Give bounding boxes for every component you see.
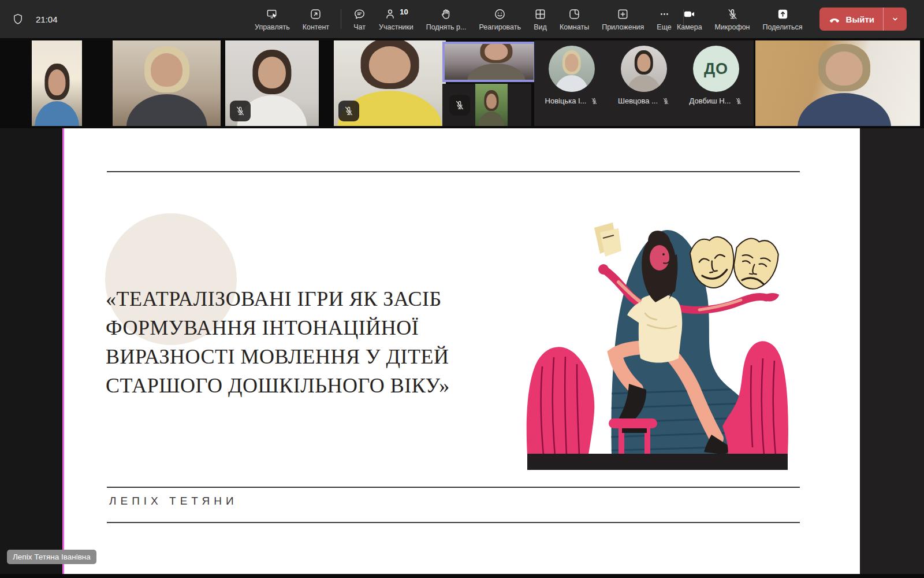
shield-icon	[12, 13, 24, 25]
view-button[interactable]: Вид	[527, 0, 553, 38]
leave-button[interactable]: Выйти	[819, 8, 907, 31]
toolbar-center: Управлять Контент Чат 10 Участники Подн	[248, 0, 689, 38]
raise-hand-icon	[439, 8, 453, 21]
mic-muted-badge	[449, 95, 470, 116]
slide-rule-bottom	[107, 522, 800, 523]
stage-background	[860, 128, 924, 574]
participant-video[interactable]	[113, 40, 221, 126]
mic-muted-icon	[735, 97, 743, 105]
slide-presenter: ЛЕПІХ ТЕТЯНИ	[109, 495, 238, 507]
microphone-button[interactable]: Микрофон	[709, 8, 757, 31]
presentation-slide: «ТЕАТРАЛІЗОВАНІ ІГРИ ЯК ЗАСІБ ФОРМУВАННЯ…	[64, 128, 860, 574]
raise-hand-button[interactable]: Поднять р...	[420, 0, 473, 38]
view-grid-icon	[534, 8, 547, 21]
participants-icon	[384, 8, 397, 21]
participant-video[interactable]	[32, 40, 82, 126]
share-content-icon	[309, 8, 322, 21]
toolbar-left: 21:04	[12, 0, 58, 38]
rooms-button[interactable]: Комнаты	[553, 0, 595, 38]
mic-muted-badge	[230, 101, 251, 121]
chevron-down-icon	[890, 14, 900, 24]
participant-avatar[interactable]: ДО Довбиш Н...	[681, 40, 751, 126]
meeting-toolbar: 21:04 Управлять Контент Чат 10 Учас	[0, 0, 924, 38]
apps-button[interactable]: Приложения	[595, 0, 650, 38]
content-button[interactable]: Контент	[296, 0, 336, 38]
meeting-time: 21:04	[36, 14, 58, 24]
participant-video-feed	[475, 84, 508, 126]
hangup-phone-icon	[828, 13, 841, 25]
toolbar-right: Камера Микрофон Поделиться Выйти	[670, 0, 907, 38]
shared-content-area: «ТЕАТРАЛІЗОВАНІ ІГРИ ЯК ЗАСІБ ФОРМУВАННЯ…	[0, 128, 924, 574]
mic-muted-icon	[662, 97, 670, 105]
person-silhouette	[36, 64, 78, 126]
chat-icon	[353, 8, 366, 21]
avatar-initials: ДО	[693, 46, 739, 92]
leave-label: Выйти	[846, 14, 874, 24]
react-button[interactable]: Реагировать	[472, 0, 527, 38]
apps-plus-icon	[616, 8, 629, 21]
participant-name: Шевцова ...	[618, 97, 658, 105]
leave-main[interactable]: Выйти	[819, 8, 883, 31]
participants-strip: Новіцька І... Шевцова ... ДО Довбиш Н	[0, 38, 924, 128]
share-button[interactable]: Поделиться	[757, 8, 809, 31]
person-silhouette	[801, 44, 888, 126]
participant-name: Довбиш Н...	[690, 97, 731, 105]
more-dots-icon	[658, 8, 671, 21]
participants-button[interactable]: 10 Участники	[372, 0, 420, 38]
camera-button[interactable]: Камера	[670, 8, 709, 31]
participants-count: 10	[400, 8, 408, 16]
avatar-photo	[549, 46, 595, 92]
manage-screen-icon	[266, 8, 279, 21]
chat-button[interactable]: Чат	[346, 0, 372, 38]
leave-options-button[interactable]	[884, 8, 907, 31]
react-smiley-icon	[493, 8, 506, 21]
rooms-icon	[568, 8, 581, 21]
mic-muted-icon	[726, 8, 739, 21]
camera-icon	[683, 8, 696, 21]
slide-rule-top	[107, 171, 800, 172]
audio-participants-zone: Новіцька І... Шевцова ... ДО Довбиш Н	[534, 40, 754, 126]
mic-muted-badge	[338, 101, 359, 121]
avatar-photo	[621, 46, 667, 92]
share-up-icon	[776, 8, 789, 21]
toolbar-divider	[341, 9, 341, 29]
participant-video[interactable]	[225, 40, 319, 126]
active-speaker-video[interactable]	[442, 42, 536, 82]
participant-video[interactable]	[334, 40, 446, 126]
presenter-name-tooltip: Лепіх Тетяна Іванівна	[7, 550, 96, 564]
manage-button[interactable]: Управлять	[248, 0, 296, 38]
participant-video[interactable]	[442, 84, 531, 126]
participant-avatar[interactable]: Шевцова ...	[609, 40, 679, 126]
person-silhouette	[129, 46, 204, 126]
teams-meeting-window: 21:04 Управлять Контент Чат 10 Учас	[0, 0, 924, 578]
slide-title: «ТЕАТРАЛІЗОВАНІ ІГРИ ЯК ЗАСІБ ФОРМУВАННЯ…	[106, 284, 450, 400]
mic-muted-icon	[590, 97, 598, 105]
participant-avatar[interactable]: Новіцька І...	[537, 40, 606, 126]
participant-name: Новіцька І...	[545, 97, 587, 105]
participant-video[interactable]	[755, 40, 920, 126]
person-silhouette	[470, 42, 523, 80]
slide-rule-mid	[107, 487, 800, 488]
theater-illustration	[526, 221, 792, 473]
bottom-edge-bar	[0, 574, 924, 578]
